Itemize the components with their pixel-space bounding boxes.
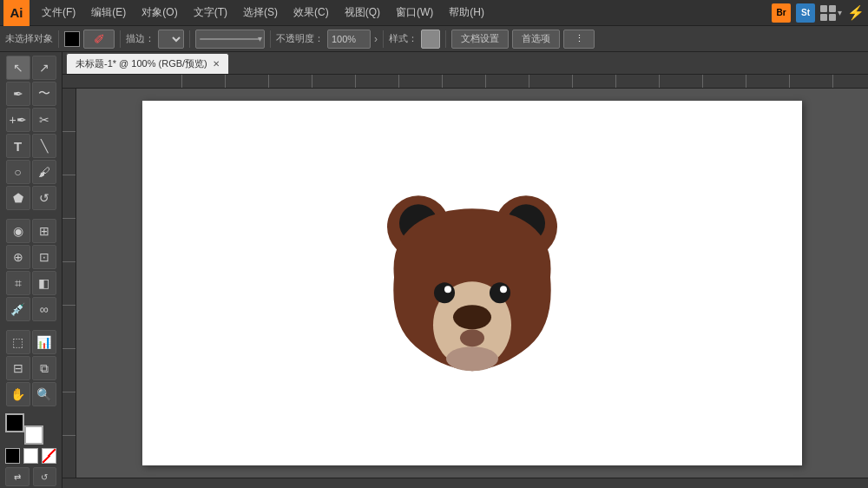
pen-tool[interactable]: ✒	[6, 82, 30, 106]
hand-icon: ✋	[10, 387, 25, 401]
menu-object[interactable]: 对象(O)	[135, 3, 184, 22]
warp-icon: ◉	[13, 224, 23, 238]
slice-icon: ⧉	[40, 361, 49, 376]
bridge-icon[interactable]: Br	[772, 3, 791, 23]
tool-row-4: T ╲	[0, 134, 62, 158]
hand-tool[interactable]: ✋	[6, 382, 30, 406]
selection-tool[interactable]: ↖	[6, 56, 30, 80]
power-icon[interactable]: ⚡	[847, 4, 865, 21]
swap-colors-btn[interactable]: ⇄	[5, 467, 30, 486]
sep2	[120, 30, 121, 48]
blend-tool[interactable]: ∞	[32, 297, 56, 321]
rotate-tool[interactable]: ↺	[32, 186, 56, 210]
grid-icon	[820, 5, 836, 21]
pen-icon: ✒	[13, 87, 23, 101]
add-anchor-icon: +✒	[9, 113, 26, 127]
direct-selection-tool[interactable]: ↗	[32, 56, 56, 80]
svg-point-11	[500, 286, 507, 293]
type-icon: T	[14, 139, 22, 154]
shape-builder-tool[interactable]: ⊕	[6, 245, 30, 269]
stroke-preview: ▾	[195, 30, 265, 49]
paintbrush-tool[interactable]: 🖌	[32, 160, 56, 184]
doc-settings-btn[interactable]: 文档设置	[451, 30, 509, 49]
menu-items: 文件(F) 编辑(E) 对象(O) 文字(T) 选择(S) 效果(C) 视图(Q…	[35, 3, 491, 22]
curvature-tool[interactable]: 〜	[32, 82, 56, 106]
color-swatches: ⇄ ↺	[0, 408, 62, 488]
menu-text[interactable]: 文字(T)	[187, 3, 234, 22]
extra-options[interactable]: ⋮	[563, 30, 595, 49]
no-color-swatch[interactable]	[42, 448, 56, 464]
background-swatch[interactable]	[24, 425, 43, 445]
tool-row-2: ✒ 〜	[0, 82, 62, 106]
warp-tool[interactable]: ◉	[6, 219, 30, 243]
mesh-icon: ⌗	[15, 276, 22, 291]
type-tool[interactable]: T	[6, 134, 30, 158]
symbol-tool[interactable]: ⬚	[6, 330, 30, 354]
svg-point-9	[444, 286, 451, 293]
shape-builder-icon: ⊕	[13, 250, 23, 264]
perspective-tool[interactable]: ⊡	[32, 245, 56, 269]
content-area: 未标题-1* @ 100% (RGB/预览) ✕	[62, 52, 868, 488]
ellipse-tool[interactable]: ○	[6, 160, 30, 184]
tool-row-3: +✒ ✂	[0, 108, 62, 132]
scrollbar-horizontal[interactable]	[62, 478, 868, 488]
menu-help[interactable]: 帮助(H)	[442, 3, 491, 22]
tab-0[interactable]: 未标题-1* @ 100% (RGB/预览) ✕	[66, 53, 229, 74]
eyedropper-tool[interactable]: 💉	[6, 297, 30, 321]
menu-select[interactable]: 选择(S)	[236, 3, 285, 22]
tab-0-close[interactable]: ✕	[213, 59, 220, 69]
menu-view[interactable]: 视图(Q)	[338, 3, 387, 22]
canvas-area[interactable]	[76, 89, 868, 478]
brush-tool[interactable]: ✏	[83, 30, 115, 49]
curvature-icon: 〜	[38, 86, 50, 102]
sep6	[445, 30, 446, 48]
tool-row-8: ⊕ ⊡	[0, 245, 62, 269]
zoom-tool[interactable]: 🔍	[32, 382, 56, 406]
style-box[interactable]	[421, 30, 440, 49]
chart-icon: 📊	[36, 335, 51, 349]
tool-row-7: ◉ ⊞	[0, 219, 62, 243]
direct-select-icon: ↗	[39, 61, 49, 75]
gradient-tool[interactable]: ◧	[32, 271, 56, 295]
no-selection-label: 未选择对象	[5, 32, 53, 45]
menu-effect[interactable]: 效果(C)	[286, 3, 336, 22]
menubar: Ai 文件(F) 编辑(E) 对象(O) 文字(T) 选择(S) 效果(C) 视…	[0, 0, 868, 26]
free-transform-tool[interactable]: ⊞	[32, 219, 56, 243]
mode-btns: ⇄ ↺	[5, 467, 56, 486]
svg-point-10	[490, 282, 510, 303]
sep1	[58, 30, 59, 48]
right-icons: Br St ▾ ⚡	[772, 3, 865, 23]
mesh-tool[interactable]: ⌗	[6, 271, 30, 295]
blob-icon: ⬟	[13, 191, 23, 205]
fill-color-box[interactable]	[64, 31, 80, 47]
black-swatch[interactable]	[5, 448, 20, 464]
opacity-arrow[interactable]: ›	[374, 33, 378, 45]
tool-row-13: ✋ 🔍	[0, 382, 62, 406]
svg-point-6	[453, 305, 491, 329]
stroke-select[interactable]	[158, 30, 184, 49]
stock-icon[interactable]: St	[796, 3, 815, 23]
foreground-swatch[interactable]	[5, 413, 24, 432]
white-swatch[interactable]	[23, 448, 38, 464]
slice-tool[interactable]: ⧉	[32, 356, 56, 380]
add-anchor-tool[interactable]: +✒	[6, 108, 30, 132]
artboard-tool[interactable]: ⊟	[6, 356, 30, 380]
bear-illustration	[359, 164, 585, 392]
menu-file[interactable]: 文件(F)	[35, 3, 82, 22]
sep3	[189, 30, 190, 48]
default-colors-btn[interactable]: ↺	[33, 467, 57, 486]
scissors-tool[interactable]: ✂	[32, 108, 56, 132]
workspace-switcher[interactable]: ▾	[820, 5, 842, 21]
menu-window[interactable]: 窗口(W)	[389, 3, 440, 22]
opacity-input[interactable]	[327, 30, 371, 49]
menu-edit[interactable]: 编辑(E)	[84, 3, 133, 22]
selection-icon: ↖	[13, 61, 23, 75]
blob-brush-tool[interactable]: ⬟	[6, 186, 30, 210]
rotate-icon: ↺	[39, 191, 49, 205]
line-tool[interactable]: ╲	[32, 134, 56, 158]
column-chart-tool[interactable]: 📊	[32, 330, 56, 354]
opacity-label: 不透明度：	[276, 32, 324, 45]
perspective-icon: ⊡	[39, 250, 49, 264]
preferences-btn[interactable]: 首选项	[512, 30, 560, 49]
svg-point-5	[446, 346, 498, 371]
